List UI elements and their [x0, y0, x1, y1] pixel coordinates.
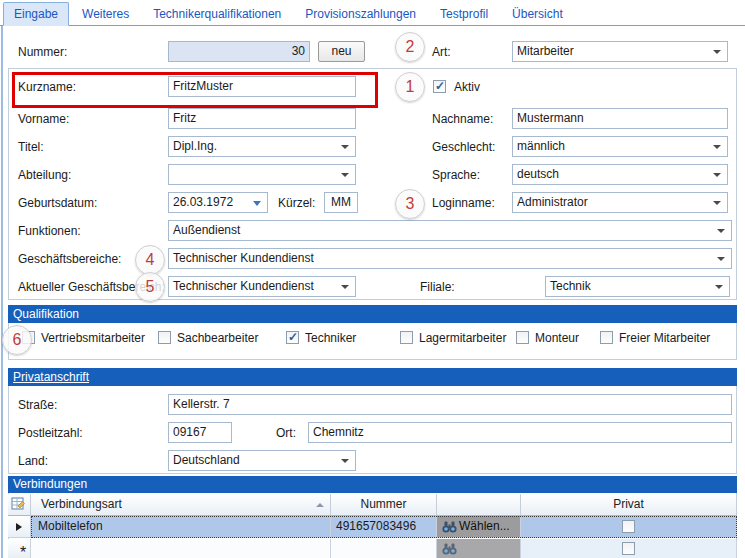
dropdown-arrow-icon[interactable] [713, 173, 721, 177]
nachname-input[interactable]: Mustermann [512, 108, 728, 129]
waehlen-button[interactable]: Wählen... [437, 516, 521, 538]
freier-mitarbeiter-label: Freier Mitarbeiter [619, 331, 710, 345]
privatanschrift-header: Privatanschrift [8, 368, 737, 386]
filiale-combobox[interactable]: Technik [545, 276, 730, 297]
titel-combobox[interactable]: Dipl.Ing. [168, 136, 356, 157]
techniker-checkbox[interactable]: ✓ [286, 331, 299, 344]
kurzname-input[interactable]: FritzMuster [168, 76, 356, 97]
page-left-border [1, 26, 3, 558]
titel-value: Dipl.Ing. [173, 139, 217, 153]
geschaeftsbereiche-value: Technischer Kundendienst [173, 251, 314, 265]
aktueller-geschaeftsbereich-combobox[interactable]: Technischer Kundendienst [168, 276, 356, 297]
annotation-circle-5: 5 [135, 272, 165, 302]
filiale-label: Filiale: [420, 280, 455, 294]
lagermitarbeiter-checkbox[interactable] [400, 331, 413, 344]
nummer-field: 30 [168, 41, 310, 62]
ort-input[interactable]: Chemnitz [308, 422, 732, 443]
checkmark-icon: ✓ [435, 79, 445, 93]
nummer-label: Nummer: [18, 45, 67, 59]
funktionen-label: Funktionen: [18, 224, 81, 238]
funktionen-combobox[interactable]: Außendienst [168, 220, 732, 241]
new-waehlen-button[interactable] [437, 539, 521, 558]
row-indicator-cell[interactable] [8, 516, 31, 538]
aktiv-checkbox[interactable]: ✓ [433, 80, 446, 93]
column-header-verbindungsart[interactable]: Verbindungsart [31, 494, 331, 516]
cell-privat[interactable] [521, 516, 737, 538]
sachbearbeiter-label: Sachbearbeiter [177, 331, 258, 345]
freier-mitarbeiter-checkbox[interactable] [600, 331, 613, 344]
tab-weiteres[interactable]: Weiteres [71, 2, 140, 25]
new-cell-verbindungsart[interactable] [31, 539, 331, 558]
dropdown-arrow-icon[interactable] [341, 459, 349, 463]
neu-button[interactable]: neu [318, 41, 365, 62]
loginname-value: Administrator [517, 195, 588, 209]
loginname-combobox[interactable]: Administrator [512, 192, 728, 213]
geschlecht-combobox[interactable]: männlich [512, 136, 728, 157]
geburtsdatum-datepicker[interactable]: 26.03.1972 [168, 192, 268, 213]
art-combobox[interactable]: Mitarbeiter [512, 41, 728, 62]
strasse-input[interactable]: Kellerstr. 7 [168, 394, 732, 415]
geschaeftsbereiche-combobox[interactable]: Technischer Kundendienst [168, 248, 732, 269]
tab-uebersicht[interactable]: Übersicht [501, 2, 574, 25]
tab-testprofil[interactable]: Testprofil [429, 2, 499, 25]
privatanschrift-title-link[interactable]: Privatanschrift [13, 370, 89, 384]
dropdown-arrow-icon[interactable] [341, 285, 349, 289]
waehlen-button-label: Wählen... [459, 519, 510, 533]
tab-eingabe[interactable]: Eingabe [3, 2, 69, 26]
annotation-circle-4: 4 [135, 245, 165, 275]
annotation-circle-3: 3 [395, 189, 425, 219]
dropdown-arrow-icon[interactable] [713, 145, 721, 149]
annotation-circle-2: 2 [395, 32, 425, 62]
new-cell-privat[interactable] [521, 539, 737, 558]
titel-label: Titel: [18, 140, 44, 154]
column-header-privat[interactable]: Privat [521, 494, 737, 516]
column-header-nummer[interactable]: Nummer [331, 494, 437, 516]
privat-checkbox[interactable] [622, 520, 635, 533]
tab-bar: Eingabe Weiteres Technikerqualifikatione… [0, 0, 745, 26]
dropdown-arrow-icon[interactable] [713, 201, 721, 205]
aktueller-geschaeftsbereich-value: Technischer Kundendienst [173, 279, 314, 293]
kurzname-label: Kurzname: [18, 80, 76, 94]
tab-provisionszahlungen[interactable]: Provisionszahlungen [294, 2, 427, 25]
tab-technikerqualifikationen[interactable]: Technikerqualifikationen [142, 2, 292, 25]
verbindungen-title: Verbindungen [13, 477, 87, 491]
ort-label: Ort: [276, 426, 296, 440]
dropdown-arrow-icon[interactable] [713, 50, 721, 54]
new-privat-checkbox[interactable] [622, 542, 635, 555]
calendar-dropdown-arrow-icon[interactable] [253, 201, 261, 206]
kuerzel-input[interactable]: MM [324, 192, 358, 213]
column-header-label: Privat [613, 497, 644, 511]
geschaeftsbereiche-label: Geschäftsbereiche: [18, 252, 121, 266]
vertriebsmitarbeiter-label: Vertriebsmitarbeiter [41, 331, 145, 345]
column-header-label: Verbindungsart [41, 497, 122, 511]
lagermitarbeiter-label: Lagermitarbeiter [419, 331, 506, 345]
dropdown-arrow-icon[interactable] [341, 173, 349, 177]
dropdown-arrow-icon[interactable] [717, 257, 725, 261]
kuerzel-label: Kürzel: [278, 196, 315, 210]
dropdown-arrow-icon[interactable] [341, 145, 349, 149]
verbindungen-header: Verbindungen [8, 476, 737, 493]
dropdown-arrow-icon[interactable] [715, 285, 723, 289]
new-row-indicator-cell[interactable]: * [8, 539, 31, 558]
vorname-input[interactable]: Fritz [168, 108, 356, 129]
grid-customize-header-cell[interactable] [8, 494, 31, 516]
art-label: Art: [432, 45, 451, 59]
sprache-combobox[interactable]: deutsch [512, 164, 728, 185]
dropdown-arrow-icon[interactable] [717, 229, 725, 233]
sachbearbeiter-checkbox[interactable] [158, 331, 171, 344]
postleitzahl-input[interactable]: 09167 [168, 422, 232, 443]
cell-verbindungsart[interactable]: Mobiltelefon [31, 516, 331, 538]
grid-customize-icon [11, 497, 26, 511]
cell-nummer[interactable]: 491657083496 [331, 516, 437, 538]
filiale-value: Technik [550, 279, 591, 293]
new-cell-nummer[interactable] [331, 539, 437, 558]
sort-ascending-icon [316, 503, 324, 507]
checkmark-icon: ✓ [288, 330, 298, 344]
abteilung-combobox[interactable] [168, 164, 356, 185]
loginname-label: Loginname: [432, 196, 495, 210]
binoculars-icon [442, 543, 457, 555]
art-value: Mitarbeiter [517, 44, 574, 58]
monteur-checkbox[interactable] [516, 331, 529, 344]
land-combobox[interactable]: Deutschland [168, 450, 356, 471]
column-header-waehlen[interactable] [437, 494, 521, 516]
